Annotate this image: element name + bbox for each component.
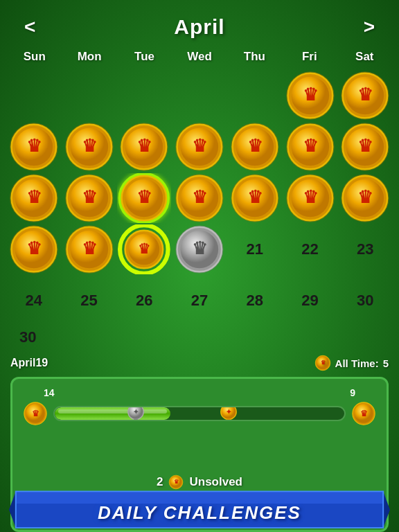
all-time-coin-icon: ♛	[314, 355, 331, 371]
svg-text:✦: ✦	[133, 408, 139, 416]
next-month-button[interactable]: >	[353, 12, 385, 42]
progress-marker-gold: ✦	[219, 406, 238, 421]
cal-day-30[interactable]: 30	[338, 276, 392, 326]
cal-day-15[interactable]: ♛	[283, 173, 337, 223]
progress-left-crown: ♛	[23, 401, 48, 426]
calendar: Sun Mon Tue Wed Thu Fri Sat	[0, 47, 399, 349]
day-header-wed: Wed	[172, 47, 227, 66]
svg-text:♛: ♛	[82, 136, 97, 155]
prog-num-9: 9	[350, 387, 355, 398]
svg-text:♛: ♛	[26, 136, 42, 155]
cal-empty	[117, 71, 171, 121]
prog-num-4: 4	[49, 387, 55, 398]
cal-day-3[interactable]: ♛	[7, 122, 61, 172]
cal-day-30-extra[interactable]: 30	[14, 326, 385, 349]
day-header-fri: Fri	[282, 47, 337, 66]
cal-day-5[interactable]: ♛	[117, 122, 171, 172]
day-header-tue: Tue	[117, 47, 172, 66]
calendar-header: < April >	[0, 0, 399, 47]
day-header-mon: Mon	[62, 47, 116, 66]
cal-day-2[interactable]: ♛	[338, 71, 392, 121]
cal-day-22[interactable]: 22	[283, 224, 337, 274]
date-label: April19	[10, 357, 48, 369]
all-time-label: All Time:	[335, 357, 379, 369]
cal-day-14[interactable]: ♛	[228, 173, 282, 223]
cal-day-11[interactable]: ♛	[62, 173, 116, 223]
svg-text:♛: ♛	[82, 188, 97, 206]
cal-row-30: 30	[7, 326, 392, 349]
svg-text:♛: ♛	[192, 239, 207, 258]
progress-card: 1 4 9 ♛ ✦	[10, 377, 389, 532]
svg-text:♛: ♛	[302, 136, 317, 155]
cal-day-18[interactable]: ♛	[62, 224, 116, 274]
unsolved-label: Unsolved	[189, 475, 242, 489]
cal-day-25[interactable]: 25	[62, 276, 116, 326]
unsolved-count: 2	[157, 475, 163, 489]
unsolved-coin-icon: ♛	[168, 475, 184, 490]
svg-text:♛: ♛	[357, 85, 373, 104]
progress-numbers: 1 4 9	[23, 387, 376, 398]
progress-bar: ✦ ✦	[53, 406, 346, 421]
daily-challenges-ribbon: DAILY CHALLENGES	[9, 488, 390, 532]
svg-rect-92	[227, 418, 231, 421]
cal-day-6[interactable]: ♛	[172, 122, 227, 172]
progress-right-crown: ♛	[351, 401, 376, 426]
unsolved-row: 2 ♛ Unsolved	[23, 426, 376, 495]
svg-rect-88	[134, 418, 138, 421]
all-time-row: ♛ All Time: 5	[314, 355, 389, 371]
cal-day-28[interactable]: 28	[228, 276, 282, 326]
bottom-info: April19 ♛ All Time: 5	[10, 355, 389, 371]
cal-day-9[interactable]: ♛	[338, 122, 392, 172]
cal-day-21[interactable]: 21	[228, 224, 282, 274]
svg-text:♛: ♛	[192, 188, 207, 206]
svg-text:♛: ♛	[136, 136, 152, 155]
cal-day-23[interactable]: 23	[338, 224, 392, 274]
cal-day-13[interactable]: ♛	[172, 173, 227, 223]
coin-icon: ♛	[338, 71, 392, 121]
cal-day-10[interactable]: ♛	[7, 173, 61, 223]
svg-text:✦: ✦	[226, 408, 232, 416]
svg-text:♛: ♛	[192, 136, 207, 155]
cal-day-24[interactable]: 24	[7, 276, 61, 326]
svg-text:♛: ♛	[138, 241, 150, 256]
day-header-thu: Thu	[227, 47, 282, 66]
cal-day-26-today[interactable]: ♛	[117, 224, 171, 274]
cal-day-27-silver[interactable]: ♛	[172, 224, 227, 274]
bottom-section: April19 ♛ All Time: 5 1 4 9 ♛	[0, 349, 399, 532]
svg-text:♛: ♛	[357, 188, 373, 206]
cal-day-27[interactable]: 27	[172, 276, 227, 326]
day-headers-row: Sun Mon Tue Wed Thu Fri Sat	[7, 47, 392, 66]
all-time-value: 5	[383, 357, 389, 369]
cal-day-26[interactable]: 26	[117, 276, 171, 326]
month-title: April	[46, 15, 353, 39]
day-header-sun: Sun	[7, 47, 62, 66]
svg-text:♛: ♛	[360, 409, 368, 418]
cal-empty	[62, 71, 116, 121]
cal-empty	[172, 71, 227, 121]
cal-day-29[interactable]: 29	[283, 276, 337, 326]
calendar-grid: ♛ ♛ ♛ ♛ ♛ ♛ ♛ ♛ ♛ ♛ ♛	[7, 71, 392, 326]
cal-day-7[interactable]: ♛	[228, 122, 282, 172]
cal-day-8[interactable]: ♛	[283, 122, 337, 172]
svg-text:♛: ♛	[32, 409, 39, 418]
coin-icon: ♛	[283, 71, 337, 121]
cal-day-16[interactable]: ♛	[338, 173, 392, 223]
cal-day-4[interactable]: ♛	[62, 122, 116, 172]
svg-text:♛: ♛	[26, 188, 42, 206]
progress-row: ♛ ✦ ✦	[23, 401, 376, 426]
svg-text:♛: ♛	[320, 360, 325, 366]
svg-text:♛: ♛	[357, 136, 373, 155]
cal-day-today-green[interactable]: ♛	[117, 173, 171, 223]
progress-marker-silver: ✦	[126, 406, 145, 421]
svg-text:♛: ♛	[247, 136, 263, 155]
ribbon-text: DAILY CHALLENGES	[98, 502, 301, 524]
cal-empty	[7, 71, 61, 121]
svg-text:♛: ♛	[302, 188, 317, 206]
svg-text:♛: ♛	[136, 188, 152, 206]
svg-text:♛: ♛	[302, 85, 317, 104]
cal-day-17[interactable]: ♛	[7, 224, 61, 274]
prog-num-1: 1	[44, 387, 49, 398]
svg-text:♛: ♛	[26, 239, 42, 258]
prev-month-button[interactable]: <	[14, 12, 46, 42]
cal-day-1[interactable]: ♛	[283, 71, 337, 121]
